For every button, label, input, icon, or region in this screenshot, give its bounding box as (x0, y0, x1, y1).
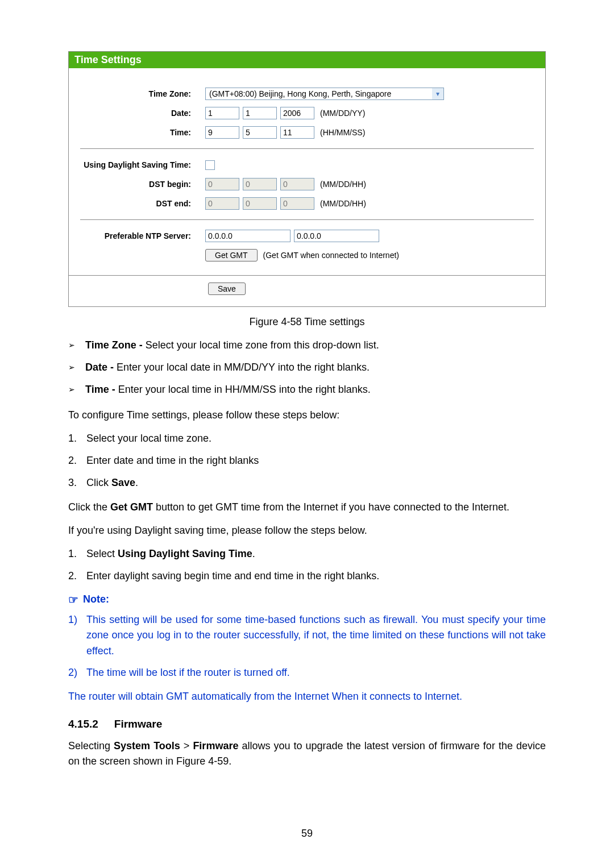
date-year-input[interactable] (280, 107, 314, 119)
ntp-server-1-input[interactable] (205, 230, 291, 242)
paragraph: To configure Time settings, please follo… (68, 408, 546, 423)
dst-begin-hint: (MM/DD/HH) (320, 180, 366, 189)
list-item: 1)This setting will be used for some tim… (68, 612, 546, 660)
save-button[interactable]: Save (208, 283, 246, 295)
date-month-input[interactable] (205, 107, 239, 119)
list-item: ➢ Time - Enter your local time in HH/MM/… (68, 383, 546, 397)
label-timezone: Time Zone: (80, 89, 205, 98)
label-ntp: Preferable NTP Server: (80, 231, 205, 240)
label-dst-end: DST end: (80, 199, 205, 208)
get-gmt-hint: (Get GMT when connected to Internet) (263, 251, 399, 260)
label-dst-begin: DST begin: (80, 180, 205, 189)
dst-begin-hh-input[interactable] (280, 178, 314, 190)
divider (80, 148, 534, 149)
list-item: 2.Enter date and time in the right blank… (68, 453, 546, 468)
time-mm-input[interactable] (243, 126, 277, 139)
ntp-server-2-input[interactable] (294, 230, 379, 242)
dst-checkbox[interactable] (205, 160, 215, 170)
dst-end-hint: (MM/DD/HH) (320, 199, 366, 208)
label-dst-using: Using Daylight Saving Time: (80, 160, 205, 169)
time-ss-input[interactable] (280, 126, 314, 139)
dst-end-dd-input[interactable] (243, 197, 277, 210)
steps-list-1: 1.Select your local time zone. 2.Enter d… (68, 431, 546, 491)
section-heading: 4.15.2 Firmware (68, 718, 546, 730)
date-day-input[interactable] (243, 107, 277, 119)
note-label: Note: (83, 593, 109, 605)
steps-list-2: 1.Select Using Daylight Saving Time. 2.E… (68, 546, 546, 584)
list-item: ➢ Date - Enter your local date in MM/DD/… (68, 360, 546, 375)
list-item: ➢ Time Zone - Select your local time zon… (68, 338, 546, 352)
bullet-arrow-icon: ➢ (68, 360, 75, 375)
dst-end-hh-input[interactable] (280, 197, 314, 210)
section-title: Firmware (114, 718, 162, 730)
paragraph: Click the Get GMT button to get GMT time… (68, 500, 546, 515)
list-item: 1.Select Using Daylight Saving Time. (68, 546, 546, 562)
list-item: 3.Click Save. (68, 475, 546, 491)
date-hint: (MM/DD/YY) (320, 109, 365, 118)
list-item: 1.Select your local time zone. (68, 431, 546, 446)
note-header: ☞ Note: (68, 593, 546, 607)
timezone-value: (GMT+08:00) Beijing, Hong Kong, Perth, S… (206, 88, 432, 99)
label-time: Time: (80, 128, 205, 137)
time-hh-input[interactable] (205, 126, 239, 139)
dst-end-mm-input[interactable] (205, 197, 239, 210)
chevron-down-icon: ▾ (432, 88, 443, 99)
label-date: Date: (80, 109, 205, 118)
firmware-paragraph: Selecting System Tools > Firmware allows… (68, 738, 546, 769)
panel-title: Time Settings (69, 52, 545, 68)
section-number: 4.15.2 (68, 718, 98, 730)
paragraph: If you're using Daylight saving time, pl… (68, 523, 546, 538)
list-item: 2)The time will be lost if the router is… (68, 665, 546, 681)
dst-begin-dd-input[interactable] (243, 178, 277, 190)
get-gmt-button[interactable]: Get GMT (205, 249, 258, 261)
page-number: 59 (0, 828, 614, 840)
list-item: 2.Enter daylight saving begin time and e… (68, 568, 546, 584)
note-paragraph: The router will obtain GMT automatically… (68, 689, 546, 704)
note-list: 1)This setting will be used for some tim… (68, 612, 546, 682)
bullet-arrow-icon: ➢ (68, 338, 75, 352)
divider (80, 219, 534, 220)
dst-begin-mm-input[interactable] (205, 178, 239, 190)
bullet-arrow-icon: ➢ (68, 383, 75, 397)
time-hint: (HH/MM/SS) (320, 128, 365, 137)
timezone-select[interactable]: (GMT+08:00) Beijing, Hong Kong, Perth, S… (205, 88, 444, 100)
figure-caption: Figure 4-58 Time settings (68, 316, 546, 328)
time-settings-panel: Time Settings Time Zone: (GMT+08:00) Bei… (68, 51, 546, 307)
feature-list: ➢ Time Zone - Select your local time zon… (68, 338, 546, 397)
note-icon: ☞ (68, 593, 78, 607)
